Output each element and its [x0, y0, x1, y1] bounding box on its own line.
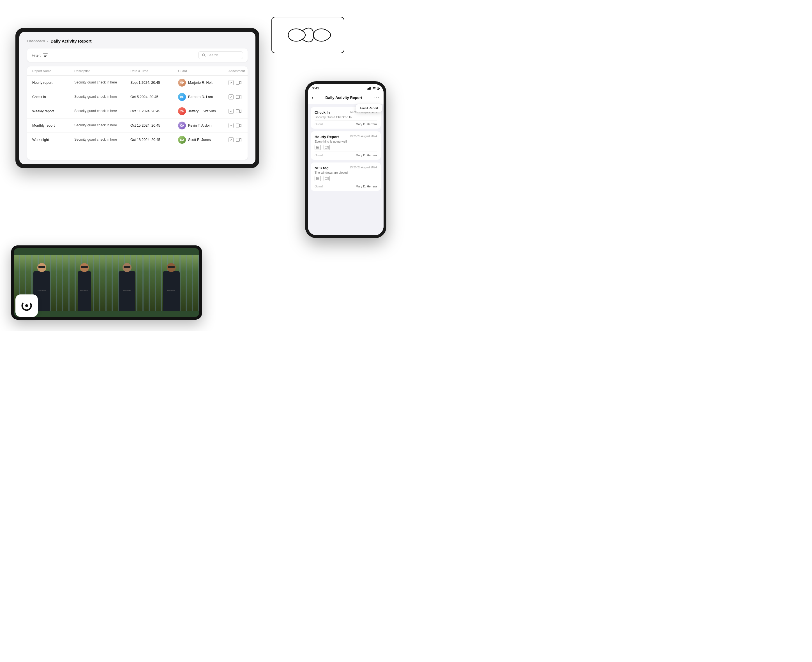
th-attachment: Attachment — [229, 69, 248, 72]
attachment-checkbox-icon-5 — [229, 137, 234, 142]
th-report-name: Report Name — [32, 69, 74, 72]
guard-person-2: SECURITY — [78, 263, 91, 311]
guard-head-3 — [122, 263, 132, 272]
filter-icon[interactable] — [43, 53, 48, 57]
card-title-1: Check In — [314, 110, 330, 114]
attachment-5 — [229, 137, 248, 142]
guard-name-card-3: Mary D. Herrera — [356, 185, 377, 188]
table-row[interactable]: Weekly report Security guard check in he… — [27, 104, 248, 119]
datetime-5: Oct 18 2024, 20:45 — [130, 138, 178, 142]
guard-head-1 — [37, 263, 46, 272]
card-guard-1: Guard Mary D. Herrera — [314, 121, 377, 126]
guard-name-card-2: Mary D. Herrera — [356, 154, 377, 157]
table-row[interactable]: Check in Security guard check in here Oc… — [27, 90, 248, 104]
main-tablet: Dashboard / Daily Activity Report Filter… — [15, 28, 259, 168]
photo-screen: SECURITY SECURITY — [14, 248, 199, 317]
sunglasses-3 — [124, 266, 130, 268]
email-report-bubble[interactable]: Email Report — [356, 104, 382, 112]
brand-logo-svg — [283, 24, 333, 46]
svg-point-13 — [25, 304, 28, 307]
report-table: Report Name Description Date & Time Guar… — [27, 66, 248, 160]
th-date-time: Date & Time — [130, 69, 178, 72]
guard-label-2: Guard — [314, 154, 323, 157]
sunglasses-4 — [168, 266, 175, 268]
card-desc-2: Everything is going well — [314, 140, 377, 143]
card-desc-3: The windows are closed — [314, 171, 377, 174]
avatar-4: KA — [178, 122, 186, 129]
svg-point-7 — [374, 89, 374, 90]
guard-4: KA Kevin T. Ardoin — [178, 122, 229, 129]
guard-uniform-3: SECURITY — [119, 271, 135, 311]
video-icon-3 — [236, 109, 242, 113]
guard-5: SJ Scott E. Jones — [178, 136, 229, 144]
more-options-button[interactable]: ··· — [374, 95, 380, 100]
small-logo-svg — [21, 299, 33, 312]
datetime-1: Sept 1 2024, 20:45 — [130, 81, 178, 85]
breadcrumb-current-page: Daily Activity Report — [50, 39, 92, 43]
card-time-2: 13:25 28 August 2024 — [350, 135, 377, 138]
status-time: 9:41 — [313, 86, 319, 90]
attachment-checkbox-icon-3 — [229, 109, 234, 114]
phone-content: Check In 13:25 28 August 2024 Security G… — [308, 104, 383, 235]
report-name-5: Work night — [32, 138, 74, 142]
tablet-screen: Dashboard / Daily Activity Report Filter… — [19, 32, 255, 164]
datetime-2: Oct 5 2024, 20:45 — [130, 95, 178, 99]
security-text-4: SECURITY — [167, 290, 175, 292]
table-row[interactable]: Monthly report Security guard check in h… — [27, 119, 248, 133]
phone-screen: 9:41 ‹ Daily Activity Report ··· — [308, 84, 383, 235]
description-2: Security guard check in here — [74, 95, 130, 99]
battery-icon — [377, 87, 379, 90]
svg-rect-11 — [325, 177, 327, 180]
guard-name-2: Barbara D. Lara — [188, 95, 213, 99]
guard-name-card-1: Mary D. Herrera — [356, 122, 377, 126]
search-placeholder: Search — [208, 53, 218, 57]
filter-label: Filter: — [32, 53, 41, 58]
svg-rect-4 — [236, 109, 240, 113]
card-title-2: Hourly Report — [314, 135, 339, 139]
guard-head-4 — [167, 263, 176, 272]
guard-head-2 — [80, 263, 89, 272]
status-icons — [367, 87, 379, 90]
phone-status-bar: 9:41 — [308, 84, 383, 92]
card-icons-2 — [314, 145, 377, 150]
th-description: Description — [74, 69, 130, 72]
breadcrumb-separator: / — [47, 39, 48, 43]
guard-name-3: Jeffery L. Watkins — [188, 109, 216, 113]
email-report-label: Email Report — [360, 106, 378, 110]
attachment-1 — [229, 80, 248, 85]
phone-card-hourly[interactable]: Hourly Report 13:25 28 August 2024 Every… — [311, 132, 381, 160]
table-row[interactable]: Work night Security guard check in here … — [27, 133, 248, 147]
datetime-3: Oct 11 2024, 20:45 — [130, 109, 178, 113]
card-title-3: NFC tag — [314, 166, 329, 170]
attachment-checkbox-icon-1 — [229, 80, 234, 85]
video-icon-1 — [236, 81, 242, 85]
description-3: Security guard check in here — [74, 109, 130, 114]
svg-point-0 — [203, 54, 205, 56]
sunglasses-1 — [39, 266, 45, 268]
toolbar: Filter: Search — [27, 48, 248, 62]
description-5: Security guard check in here — [74, 138, 130, 142]
video-icon-5 — [236, 138, 242, 142]
breadcrumb-dashboard[interactable]: Dashboard — [27, 39, 45, 43]
photo-attach-icon-3 — [314, 176, 321, 181]
security-text-1: SECURITY — [37, 290, 46, 292]
svg-line-1 — [205, 56, 206, 57]
phone-card-nfc[interactable]: NFC tag 13:25 28 August 2024 The windows… — [311, 162, 381, 191]
guard-name-1: Marjorie R. Holt — [188, 81, 213, 85]
video-attach-icon-2 — [324, 145, 330, 150]
attachment-3 — [229, 109, 248, 114]
search-box[interactable]: Search — [198, 51, 243, 59]
report-name-2: Check in — [32, 95, 74, 99]
description-1: Security guard check in here — [74, 80, 130, 85]
guard-person-3: SECURITY — [119, 263, 135, 311]
guard-person-4: SECURITY — [163, 263, 180, 311]
video-icon-2 — [236, 95, 242, 99]
description-4: Security guard check in here — [74, 123, 130, 128]
back-button[interactable]: ‹ — [312, 95, 314, 101]
svg-rect-6 — [236, 138, 240, 141]
table-row[interactable]: Hourly report Security guard check in he… — [27, 76, 248, 90]
attachment-checkbox-icon-2 — [229, 95, 234, 100]
report-name-1: Hourly report — [32, 81, 74, 85]
avatar-3: JW — [178, 107, 186, 115]
filter-control[interactable]: Filter: — [32, 53, 48, 58]
